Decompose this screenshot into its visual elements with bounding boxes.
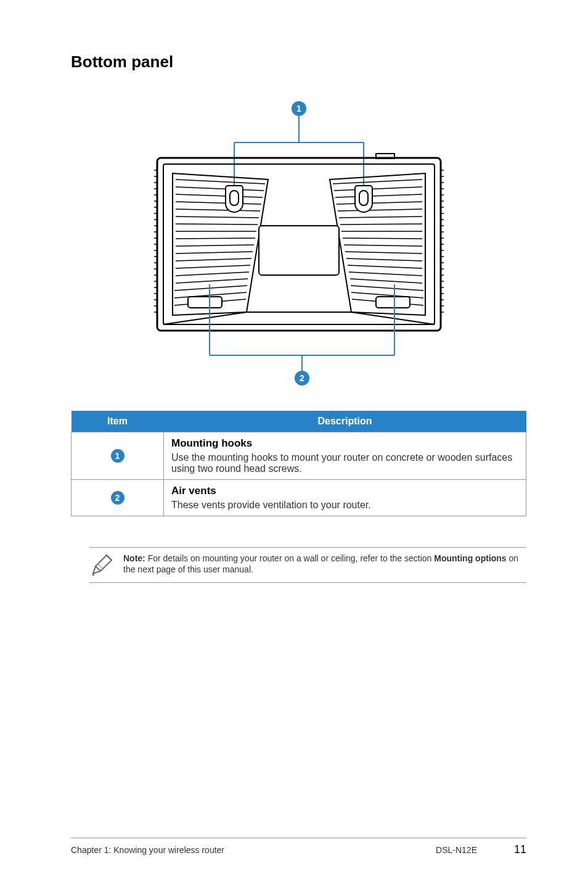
svg-line-36: [343, 238, 422, 239]
svg-line-105: [96, 566, 100, 571]
note-text: Note: For details on mounting your route…: [123, 553, 526, 575]
item-badge-1: 1: [111, 449, 125, 463]
svg-line-43: [351, 286, 423, 291]
bottom-panel-diagram: 1: [139, 96, 459, 386]
footer-model: DSL-N12E: [436, 845, 477, 855]
svg-line-11: [176, 194, 263, 197]
svg-line-29: [334, 187, 422, 191]
table-header-item: Item: [71, 411, 164, 432]
note-body-1: For details on mounting your router on a…: [145, 553, 434, 563]
footer-page-number: 11: [514, 843, 526, 856]
svg-line-18: [176, 245, 254, 246]
item-badge-2: 2: [111, 491, 125, 505]
svg-line-106: [98, 564, 103, 569]
svg-line-23: [176, 279, 248, 283]
mounting-hook-right: [355, 186, 372, 212]
note-prefix: Note:: [123, 553, 145, 563]
diagram-callout-1: 1: [296, 104, 301, 113]
note-section: Note: For details on mounting your route…: [89, 547, 526, 583]
footer-chapter: Chapter 1: Knowing your wireless router: [71, 845, 224, 855]
svg-line-38: [345, 252, 422, 254]
page-heading: Bottom panel: [71, 52, 526, 72]
table-row: 2 Air vents These vents provide ventilat…: [71, 480, 526, 516]
svg-line-13: [176, 209, 260, 211]
svg-line-20: [176, 258, 251, 261]
page-footer: Chapter 1: Knowing your wireless router …: [71, 838, 526, 856]
svg-line-10: [176, 187, 264, 191]
svg-line-31: [337, 202, 422, 204]
svg-line-22: [176, 272, 249, 276]
svg-line-17: [176, 238, 255, 239]
svg-line-14: [176, 217, 259, 218]
svg-line-40: [348, 265, 422, 268]
svg-line-34: [340, 224, 422, 225]
row-body: Use the mounting hooks to mount your rou…: [171, 452, 518, 474]
svg-line-42: [350, 279, 422, 283]
svg-rect-99: [376, 297, 410, 308]
svg-line-24: [174, 286, 247, 291]
svg-line-33: [339, 217, 422, 218]
svg-rect-98: [188, 297, 222, 308]
svg-line-28: [333, 179, 422, 184]
svg-line-39: [346, 258, 422, 261]
svg-line-15: [176, 224, 258, 225]
diagram-container: 1: [71, 96, 526, 386]
note-bold-section: Mounting options: [434, 553, 506, 563]
svg-line-32: [338, 209, 422, 211]
svg-line-12: [176, 202, 261, 204]
svg-line-107: [107, 555, 112, 560]
svg-line-30: [335, 194, 422, 197]
table-header-description: Description: [164, 411, 526, 432]
table-row: 1 Mounting hooks Use the mounting hooks …: [71, 432, 526, 480]
svg-line-19: [176, 252, 253, 254]
pencil-icon: [89, 553, 114, 577]
mounting-hook-left: [226, 186, 243, 212]
svg-line-41: [349, 272, 422, 276]
svg-line-37: [344, 245, 422, 246]
diagram-callout-2: 2: [300, 373, 304, 383]
row-body: These vents provide ventilation to your …: [171, 500, 518, 511]
svg-line-21: [176, 265, 250, 268]
svg-line-9: [176, 179, 265, 184]
description-table: Item Description 1 Mounting hooks Use th…: [71, 411, 526, 516]
row-title: Air vents: [171, 485, 518, 497]
svg-rect-97: [259, 226, 339, 275]
row-title: Mounting hooks: [171, 437, 518, 450]
